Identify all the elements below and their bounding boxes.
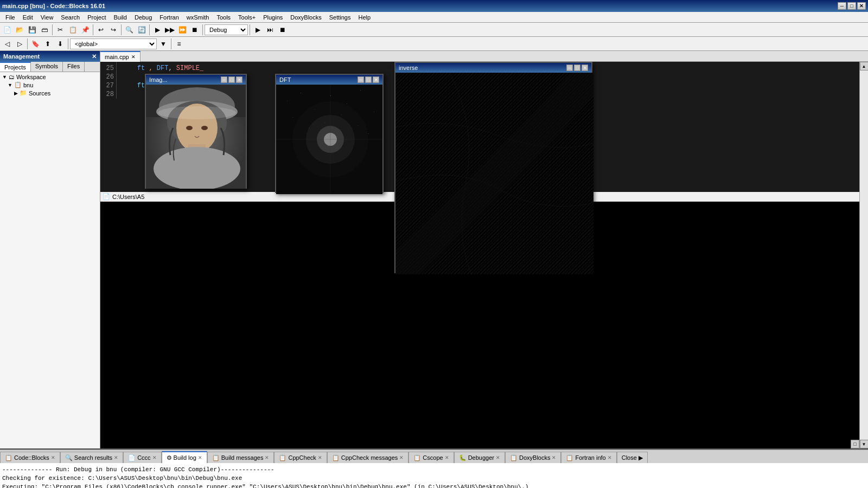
log-line-3: Executing: "C:\Program Files (x86)\CodeB… [2,483,866,488]
log-area[interactable]: -------------- Run: Debug in bnu (compil… [0,463,868,488]
next-bookmark-button[interactable]: ⬇ [54,38,66,50]
more-btn[interactable]: ≡ [173,38,185,50]
stop-button[interactable]: ⏹ [189,24,201,36]
tab-cccc-close[interactable]: ✕ [152,455,157,460]
menu-project[interactable]: Project [84,12,109,22]
right-scrollbar[interactable]: ▲ ▼ [859,62,868,448]
lena-close[interactable]: ✕ [236,76,242,83]
menu-debug[interactable]: Debug [131,12,155,22]
minimize-button[interactable]: ─ [838,2,846,10]
tab-close-icon[interactable]: ✕ [131,54,136,60]
tree-item-bnu[interactable]: ▼ 📋 bnu [1,81,99,89]
tab-search-results[interactable]: 🔍 Search results ✕ [60,452,123,463]
menu-build[interactable]: Build [110,12,130,22]
close-button[interactable]: ✕ [857,2,866,10]
tab-debugger[interactable]: 🐛 Debugger ✕ [454,452,505,463]
tab-build-log[interactable]: ⚙ Build log ✕ [162,451,207,463]
dft-titlebar[interactable]: DFT ─ □ ✕ [276,75,382,85]
bookmark-button[interactable]: 🔖 [29,38,41,50]
scroll-corner: □ [851,440,859,448]
nav-forward-button[interactable]: ▷ [14,38,25,50]
maximize-button[interactable]: □ [847,2,856,10]
tab-cscope[interactable]: 📋 Cscope ✕ [409,452,454,463]
menu-wxsmith[interactable]: wxSmith [183,12,213,22]
tree-item-workspace[interactable]: ▼ 🗂 Workspace [1,73,99,81]
replace-button[interactable]: 🔄 [136,24,148,36]
inverse-maximize[interactable]: □ [574,65,580,71]
tab-fortran-info-close[interactable]: ✕ [608,455,612,460]
scope-select[interactable]: <global> [70,38,157,49]
menu-edit[interactable]: Edit [20,12,36,22]
tab-fortran-info[interactable]: 📋 Fortran info ✕ [561,452,616,463]
menu-view[interactable]: View [37,12,57,22]
build-button[interactable]: ▶ [151,24,163,36]
run-button[interactable]: ▶▶ [164,24,176,36]
menu-search[interactable]: Search [58,12,83,22]
open-button[interactable]: 📂 [14,24,25,36]
menu-settings[interactable]: Settings [326,12,354,22]
new-button[interactable]: 📄 [1,24,13,36]
undo-button[interactable]: ↩ [95,24,107,36]
paste-button[interactable]: 📌 [79,24,91,36]
menu-doxyblocks[interactable]: DoxyBlocks [287,12,324,22]
search-button[interactable]: 🔍 [123,24,135,36]
tab-main-cpp[interactable]: main.cpp ✕ [100,51,141,62]
scroll-track[interactable] [860,70,868,440]
tab-close[interactable]: Close ▶ [617,452,648,463]
scope-btn[interactable]: ▼ [157,38,169,50]
tab-cscope-close[interactable]: ✕ [445,455,449,460]
lena-titlebar[interactable]: Imag... ─ □ ✕ [146,75,246,85]
prev-bookmark-button[interactable]: ⬆ [42,38,54,50]
svg-rect-25 [368,133,369,134]
lena-minimize[interactable]: ─ [221,76,227,83]
lena-maximize[interactable]: □ [228,76,235,83]
debug-start-button[interactable]: ▶ [252,24,264,36]
nav-back-button[interactable]: ◁ [1,38,13,50]
tree-item-sources[interactable]: ▶ 📁 Sources [1,89,99,97]
tab-files[interactable]: Files [63,62,85,72]
dft-close[interactable]: ✕ [373,76,379,83]
scroll-down-button[interactable]: ▼ [860,440,869,448]
menu-help[interactable]: Help [355,12,374,22]
dft-minimize[interactable]: ─ [358,76,364,83]
lena-window-buttons: ─ □ ✕ [221,76,242,83]
inverse-minimize[interactable]: ─ [566,65,573,71]
inverse-close[interactable]: ✕ [582,65,588,71]
tab-build-messages-close[interactable]: ✕ [265,455,269,460]
tab-codeblocks[interactable]: 📋 Code::Blocks ✕ [0,452,60,463]
save-button[interactable]: 💾 [26,24,38,36]
scroll-up-button[interactable]: ▲ [860,62,869,70]
tab-cppcheck-close[interactable]: ✕ [318,455,322,460]
tab-cppcheck-messages-close[interactable]: ✕ [399,455,404,460]
tab-doxyblocks-close[interactable]: ✕ [552,455,556,460]
tab-search-results-close[interactable]: ✕ [114,455,118,460]
debug-config-select[interactable]: Debug [205,24,248,35]
menu-tools-plus[interactable]: Tools+ [235,12,259,22]
redo-button[interactable]: ↪ [107,24,119,36]
dft-maximize[interactable]: □ [365,76,372,83]
tab-symbols[interactable]: Symbols [31,62,63,72]
management-close-icon[interactable]: ✕ [92,53,97,60]
menu-file[interactable]: File [2,12,18,22]
menu-tools[interactable]: Tools [213,12,234,22]
tab-codeblocks-close[interactable]: ✕ [51,455,55,460]
tab-debugger-close[interactable]: ✕ [496,455,500,460]
dft-content [276,85,382,196]
build-run-button[interactable]: ⏩ [176,24,188,36]
menu-fortran[interactable]: Fortran [156,12,182,22]
svg-point-8 [158,106,236,119]
debug-step-button[interactable]: ⏭ [264,24,276,36]
tab-cppcheck-messages[interactable]: 📋 CppCheck messages ✕ [327,452,409,463]
save-all-button[interactable]: 🗃 [39,24,50,36]
tab-doxyblocks[interactable]: 📋 DoxyBlocks ✕ [505,452,561,463]
tab-cccc[interactable]: 📄 Cccc ✕ [123,452,161,463]
cut-button[interactable]: ✂ [54,24,66,36]
debug-stop-button[interactable]: ⏹ [277,24,289,36]
menu-plugins[interactable]: Plugins [260,12,286,22]
inverse-titlebar[interactable]: inverse ─ □ ✕ [395,63,591,73]
tab-build-messages[interactable]: 📋 Build messages ✕ [207,452,275,463]
tab-cppcheck[interactable]: 📋 CppCheck ✕ [274,452,327,463]
tab-projects[interactable]: Projects [0,62,31,72]
copy-button[interactable]: 📋 [67,24,79,36]
tab-build-log-close[interactable]: ✕ [198,455,202,460]
